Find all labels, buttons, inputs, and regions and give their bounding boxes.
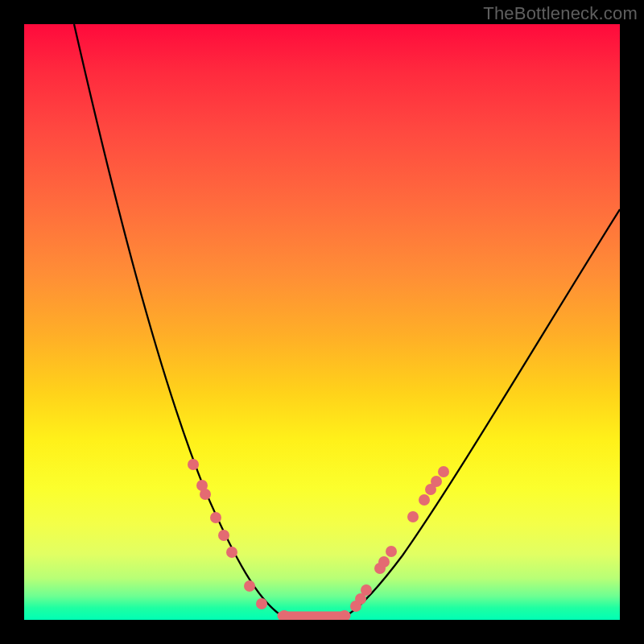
chart-frame: TheBottleneck.com: [0, 0, 644, 644]
marker-left-5: [226, 547, 237, 558]
marker-left-0: [188, 459, 199, 470]
marker-right-4: [378, 556, 390, 568]
marker-left-7: [256, 598, 267, 609]
plot-area: [24, 24, 620, 620]
marker-left-6: [244, 580, 255, 592]
markers: [188, 459, 449, 620]
marker-right-6: [407, 511, 419, 522]
watermark-text: TheBottleneck.com: [483, 3, 638, 24]
curve-svg: [24, 24, 620, 620]
marker-right-7: [419, 494, 430, 506]
marker-left-4: [218, 530, 229, 541]
marker-left-3: [210, 512, 221, 523]
left-branch-path: [74, 24, 282, 616]
marker-left-2: [200, 489, 211, 500]
marker-right-10: [438, 466, 449, 477]
marker-right-9: [431, 476, 442, 487]
marker-right-2: [361, 584, 372, 596]
marker-right-5: [386, 546, 397, 557]
